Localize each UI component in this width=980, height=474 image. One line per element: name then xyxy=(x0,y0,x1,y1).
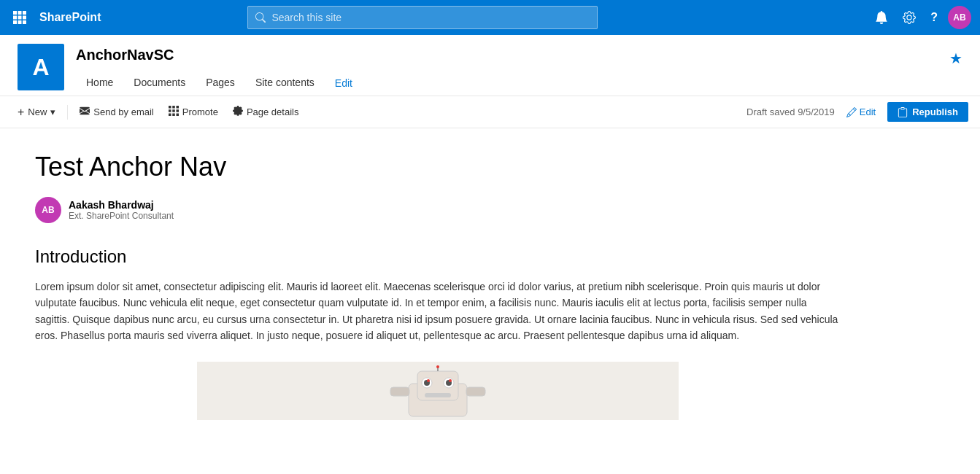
nav-home[interactable]: Home xyxy=(76,71,123,96)
page-details-button[interactable]: Page details xyxy=(227,103,305,121)
page-image xyxy=(197,362,679,420)
app-name: SharePoint xyxy=(39,11,101,24)
body-text: Lorem ipsum dolor sit amet, consectetur … xyxy=(35,279,841,344)
svg-rect-17 xyxy=(425,393,451,397)
promote-icon xyxy=(169,106,179,118)
draft-status: Draft saved 9/5/2019 xyxy=(746,106,835,117)
image-container xyxy=(35,362,841,420)
svg-rect-3 xyxy=(13,16,17,20)
author-avatar: AB xyxy=(35,197,61,223)
page-title: Test Anchor Nav xyxy=(35,152,841,182)
dropdown-icon: ▾ xyxy=(50,106,55,117)
author-info: Aakash Bhardwaj Ext. SharePoint Consulta… xyxy=(69,199,174,221)
site-title-nav: AnchorNavSC Home Documents Pages Site co… xyxy=(76,44,949,96)
user-avatar-button[interactable]: AB xyxy=(948,6,971,29)
new-label: New xyxy=(28,106,47,117)
site-navigation: Home Documents Pages Site contents Edit xyxy=(76,71,949,96)
page-toolbar: + New ▾ Send by email Promote Page detai… xyxy=(0,96,980,128)
nav-edit[interactable]: Edit xyxy=(325,71,363,95)
republish-button[interactable]: Republish xyxy=(887,102,968,122)
search-input[interactable] xyxy=(271,12,590,23)
notification-button[interactable] xyxy=(871,8,892,27)
author-name: Aakash Bhardwaj xyxy=(69,199,174,211)
svg-point-19 xyxy=(436,365,439,368)
site-title: AnchorNavSC xyxy=(76,47,949,63)
search-icon xyxy=(255,12,266,23)
svg-rect-1 xyxy=(18,11,22,15)
page-details-icon xyxy=(233,106,243,118)
send-email-button[interactable]: Send by email xyxy=(74,103,159,121)
nav-documents[interactable]: Documents xyxy=(123,71,196,96)
plus-icon: + xyxy=(18,106,24,119)
new-button[interactable]: + New ▾ xyxy=(12,103,61,122)
svg-point-16 xyxy=(449,379,452,382)
edit-label: Edit xyxy=(860,106,876,117)
robot-illustration xyxy=(365,365,511,420)
republish-label: Republish xyxy=(912,106,958,117)
main-content: Test Anchor Nav AB Aakash Bhardwaj Ext. … xyxy=(0,128,876,443)
svg-rect-5 xyxy=(23,16,26,20)
edit-button[interactable]: Edit xyxy=(841,104,881,120)
nav-right-icons: ? AB xyxy=(871,6,971,29)
settings-button[interactable] xyxy=(898,8,920,27)
help-button[interactable]: ? xyxy=(926,8,942,27)
promote-label: Promote xyxy=(182,106,218,117)
nav-site-contents[interactable]: Site contents xyxy=(245,71,325,96)
author-role: Ext. SharePoint Consultant xyxy=(69,211,174,221)
svg-rect-7 xyxy=(18,20,22,24)
nav-pages[interactable]: Pages xyxy=(196,71,245,96)
svg-rect-20 xyxy=(390,387,409,396)
search-bar[interactable] xyxy=(247,6,598,29)
toolbar-sep-1 xyxy=(67,105,68,120)
send-email-label: Send by email xyxy=(93,106,153,117)
svg-rect-0 xyxy=(13,11,17,15)
site-logo: A xyxy=(18,44,64,90)
author-row: AB Aakash Bhardwaj Ext. SharePoint Consu… xyxy=(35,197,841,223)
svg-rect-8 xyxy=(23,20,26,24)
email-icon xyxy=(80,106,90,118)
waffle-menu-button[interactable] xyxy=(9,8,31,27)
favorite-button[interactable]: ★ xyxy=(949,44,962,67)
section-heading: Introduction xyxy=(35,246,841,267)
svg-rect-6 xyxy=(13,20,17,24)
promote-button[interactable]: Promote xyxy=(163,103,224,121)
page-details-label: Page details xyxy=(247,106,299,117)
svg-point-15 xyxy=(427,379,430,382)
site-header: A AnchorNavSC Home Documents Pages Site … xyxy=(0,35,980,96)
svg-rect-2 xyxy=(23,11,26,15)
top-navigation: SharePoint ? AB xyxy=(0,0,980,35)
svg-rect-4 xyxy=(18,16,22,20)
toolbar-right: Draft saved 9/5/2019 Edit Republish xyxy=(746,102,968,122)
svg-rect-21 xyxy=(466,387,485,396)
